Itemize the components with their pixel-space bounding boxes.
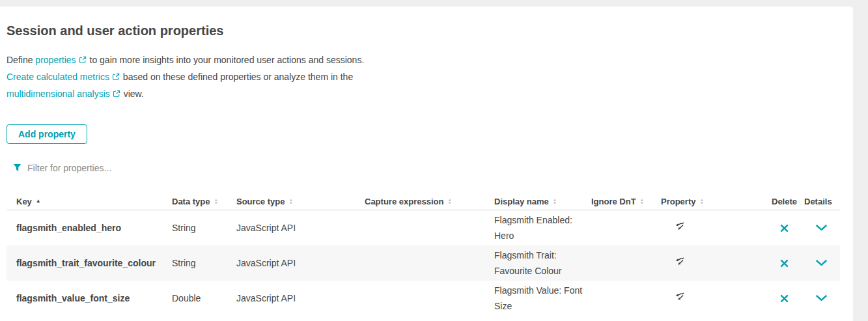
property-key: flagsmith_trait_favourite_colour bbox=[7, 258, 172, 268]
delete-button[interactable] bbox=[780, 294, 789, 303]
description-segment: to gain more insights into your monitore… bbox=[87, 55, 365, 65]
delete-cell bbox=[772, 294, 804, 303]
details-cell bbox=[804, 225, 840, 231]
add-property-button[interactable]: Add property bbox=[7, 124, 87, 144]
table-header-row: Key ▲ Data type ▲▼ Source type ▲▼ Captur… bbox=[7, 193, 840, 210]
filter-properties-input[interactable]: Filter for properties... bbox=[13, 162, 853, 173]
properties-link[interactable]: properties bbox=[35, 55, 76, 65]
page-title: Session and user action properties bbox=[7, 23, 853, 38]
property-type-cell bbox=[661, 292, 772, 305]
sort-both-icon: ▲▼ bbox=[640, 198, 644, 204]
property-source-type: JavaScript API bbox=[236, 293, 365, 303]
details-cell bbox=[804, 260, 840, 266]
column-header-source-type[interactable]: Source type ▲▼ bbox=[236, 197, 365, 206]
session-and-action-property-arrows-icon bbox=[674, 292, 685, 305]
description-segment: Define bbox=[7, 55, 35, 65]
column-header-property[interactable]: Property ▲▼ bbox=[661, 197, 772, 206]
filter-funnel-icon bbox=[13, 163, 21, 172]
create-calculated-metrics-link[interactable]: Create calculated metrics bbox=[7, 72, 109, 82]
description-segment: based on these defined properties or ana… bbox=[120, 72, 353, 82]
table-row: flagsmith_trait_favourite_colour String … bbox=[7, 245, 840, 281]
sort-both-icon: ▲▼ bbox=[447, 198, 451, 204]
column-header-details: Details bbox=[804, 197, 840, 206]
description-segment: view. bbox=[121, 89, 144, 99]
column-header-display-name[interactable]: Display name ▲▼ bbox=[494, 197, 591, 206]
sort-ascending-icon: ▲ bbox=[36, 199, 41, 204]
details-expand-button[interactable] bbox=[816, 225, 827, 231]
external-link-icon bbox=[113, 87, 120, 103]
delete-button[interactable] bbox=[780, 259, 789, 268]
property-display-name: Flagsmith Enabled: Hero bbox=[494, 210, 591, 245]
sort-both-icon: ▲▼ bbox=[553, 198, 557, 204]
details-expand-button[interactable] bbox=[816, 295, 827, 301]
delete-cell bbox=[772, 224, 804, 232]
property-type-cell bbox=[661, 221, 772, 234]
sort-both-icon: ▲▼ bbox=[288, 198, 292, 204]
column-header-key[interactable]: Key ▲ bbox=[7, 197, 172, 206]
external-link-icon bbox=[79, 53, 87, 69]
table-row: flagsmith_value_font_size Double JavaScr… bbox=[7, 281, 840, 316]
sort-both-icon: ▲▼ bbox=[214, 198, 218, 204]
property-data-type: Double bbox=[172, 293, 236, 303]
table-row: flagsmith_enabled_hero String JavaScript… bbox=[7, 210, 840, 245]
property-source-type: JavaScript API bbox=[236, 258, 365, 268]
session-and-action-property-arrows-icon bbox=[674, 257, 685, 270]
settings-card: Session and user action properties Defin… bbox=[0, 7, 853, 321]
details-cell bbox=[804, 295, 840, 301]
property-data-type: String bbox=[172, 223, 236, 233]
property-data-type: String bbox=[172, 258, 236, 268]
property-source-type: JavaScript API bbox=[236, 223, 365, 233]
session-and-action-property-arrows-icon bbox=[674, 221, 685, 234]
properties-table: Key ▲ Data type ▲▼ Source type ▲▼ Captur… bbox=[7, 193, 840, 316]
filter-placeholder-text: Filter for properties... bbox=[27, 163, 111, 173]
column-header-capture-expression[interactable]: Capture expression ▲▼ bbox=[365, 197, 494, 206]
sort-both-icon: ▲▼ bbox=[699, 198, 703, 204]
column-header-ignore-dnt[interactable]: Ignore DnT ▲▼ bbox=[591, 197, 661, 206]
property-display-name: Flagsmith Trait: Favourite Colour bbox=[494, 245, 591, 281]
description-text: Define properties to gain more insights … bbox=[7, 52, 853, 103]
property-type-cell bbox=[661, 257, 772, 270]
delete-cell bbox=[772, 259, 804, 268]
multidimensional-analysis-link[interactable]: multidimensional analysis bbox=[7, 89, 110, 99]
column-header-delete: Delete bbox=[772, 197, 804, 206]
column-header-data-type[interactable]: Data type ▲▼ bbox=[172, 197, 236, 206]
property-key: flagsmith_value_font_size bbox=[7, 293, 172, 303]
delete-button[interactable] bbox=[780, 224, 789, 232]
property-key: flagsmith_enabled_hero bbox=[7, 223, 172, 233]
property-display-name: Flagsmith Value: Font Size bbox=[494, 281, 591, 316]
external-link-icon bbox=[112, 70, 120, 86]
details-expand-button[interactable] bbox=[816, 260, 827, 266]
